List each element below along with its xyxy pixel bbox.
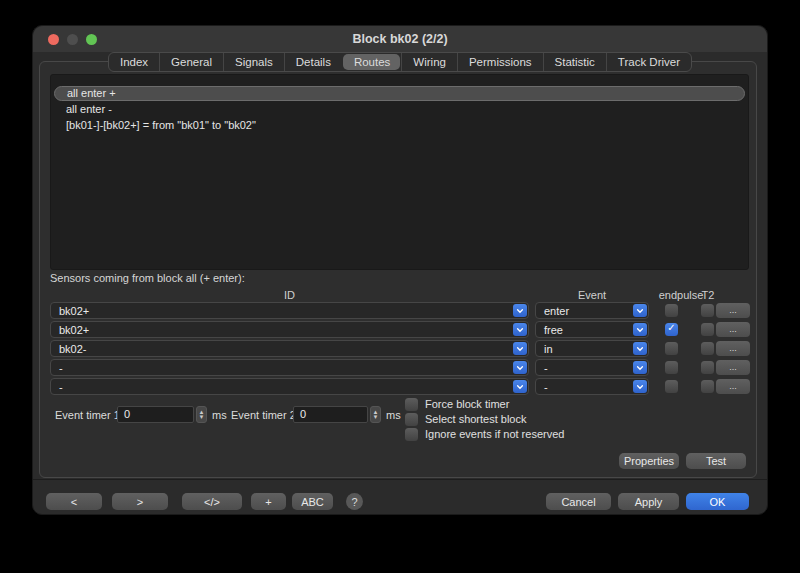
event-timer2-unit: ms [386,409,401,421]
sensor-event-select[interactable]: in [535,340,649,357]
ignore-events-label: Ignore events if not reserved [425,428,564,440]
tab-general[interactable]: General [159,53,223,71]
sensor-event-value: - [544,380,548,394]
more-button[interactable]: ... [716,341,750,356]
sensor-id-value: bk02- [59,342,87,356]
sensor-row: - - ... [40,378,756,395]
select-shortest-block-checkbox[interactable] [405,413,418,426]
sensor-id-select[interactable]: bk02+ [50,302,529,319]
sensors-section-label: Sensors coming from block all (+ enter): [50,272,245,284]
force-block-timer-option: Force block timer [405,397,509,411]
tab-statistic[interactable]: Statistic [543,53,606,71]
sensor-id-value: bk02+ [59,323,89,337]
code-button[interactable]: </> [182,493,242,510]
select-shortest-block-label: Select shortest block [425,413,527,425]
stepper-down-icon[interactable]: ▼ [199,415,205,420]
tab-permissions[interactable]: Permissions [457,53,543,71]
sensor-id-select[interactable]: - [50,359,529,376]
sensor-event-value: - [544,361,548,375]
more-button[interactable]: ... [716,379,750,394]
tab-signals[interactable]: Signals [223,53,284,71]
properties-button[interactable]: Properties [619,453,679,469]
sensor-event-select[interactable]: free [535,321,649,338]
more-button[interactable]: ... [716,360,750,375]
footer-divider [33,479,767,480]
endpulse-checkbox[interactable] [665,380,678,393]
endpulse-checkbox[interactable] [665,323,678,336]
event-timer1-label: Event timer 1 [55,409,120,421]
stepper-down-icon[interactable]: ▼ [373,415,379,420]
apply-button[interactable]: Apply [618,493,679,510]
endpulse-checkbox[interactable] [665,361,678,374]
cancel-button[interactable]: Cancel [546,493,611,510]
chevron-down-icon[interactable] [513,380,527,393]
chevron-down-icon[interactable] [513,342,527,355]
event-timer1-input[interactable]: 0 [117,406,194,423]
more-button[interactable]: ... [716,303,750,318]
chevron-down-icon[interactable] [513,361,527,374]
tab-details[interactable]: Details [284,53,342,71]
sensor-event-value: free [544,323,563,337]
sensor-id-value: - [59,361,63,375]
event-timer2-input[interactable]: 0 [293,406,368,423]
t2-checkbox[interactable] [701,323,714,336]
force-block-timer-label: Force block timer [425,398,509,410]
event-timer1-stepper[interactable]: ▲▼ [196,406,207,423]
sensor-id-value: bk02+ [59,304,89,318]
sensor-event-value: enter [544,304,569,318]
chevron-down-icon[interactable] [633,304,647,317]
endpulse-checkbox[interactable] [665,342,678,355]
list-item[interactable]: [bk01-]-[bk02+] = from "bk01" to "bk02" [54,118,745,133]
routes-tab-panel: all enter + all enter - [bk01-]-[bk02+] … [39,61,757,478]
t2-checkbox[interactable] [701,380,714,393]
sensor-row: - - ... [40,359,756,376]
t2-checkbox[interactable] [701,304,714,317]
endpulse-checkbox[interactable] [665,304,678,317]
sensor-id-select[interactable]: bk02+ [50,321,529,338]
sensor-event-select[interactable]: enter [535,302,649,319]
routes-list[interactable]: all enter + all enter - [bk01-]-[bk02+] … [50,74,749,270]
chevron-down-icon[interactable] [633,380,647,393]
prev-route-button[interactable]: < [46,493,102,510]
sensor-event-select[interactable]: - [535,378,649,395]
chevron-down-icon[interactable] [633,361,647,374]
tab-index[interactable]: Index [109,53,159,71]
t2-checkbox[interactable] [701,342,714,355]
sensor-id-select[interactable]: - [50,378,529,395]
dialog-window: Block bk02 (2/2) Index General Signals D… [32,25,768,515]
sensor-event-select[interactable]: - [535,359,649,376]
event-timer2-stepper[interactable]: ▲▼ [370,406,381,423]
chevron-down-icon[interactable] [633,323,647,336]
list-item[interactable]: all enter + [54,86,745,101]
event-timer2-label: Event timer 2 [231,409,296,421]
ignore-events-option: Ignore events if not reserved [405,427,564,441]
sensor-event-value: in [544,342,553,356]
next-route-button[interactable]: > [112,493,168,510]
sensor-row: bk02- in ... [40,340,756,357]
chevron-down-icon[interactable] [513,304,527,317]
column-header-id: ID [50,289,529,301]
add-button[interactable]: + [251,493,286,510]
test-button[interactable]: Test [686,453,746,469]
sensor-id-value: - [59,380,63,394]
sensor-row: bk02+ free ... [40,321,756,338]
chevron-down-icon[interactable] [633,342,647,355]
tab-track-driver[interactable]: Track Driver [606,53,691,71]
title-bar[interactable]: Block bk02 (2/2) [33,26,767,52]
more-button[interactable]: ... [716,322,750,337]
t2-checkbox[interactable] [701,361,714,374]
column-header-t2: T2 [698,289,718,301]
list-item[interactable]: all enter - [54,102,745,117]
help-button[interactable]: ? [346,493,363,510]
force-block-timer-checkbox[interactable] [405,398,418,411]
ignore-events-checkbox[interactable] [405,428,418,441]
column-header-event: Event [535,289,649,301]
abc-button[interactable]: ABC [292,493,333,510]
event-timer1-unit: ms [212,409,227,421]
tab-wiring[interactable]: Wiring [401,53,457,71]
tab-routes[interactable]: Routes [343,54,400,70]
sensor-row: bk02+ enter ... [40,302,756,319]
sensor-id-select[interactable]: bk02- [50,340,529,357]
chevron-down-icon[interactable] [513,323,527,336]
ok-button[interactable]: OK [686,493,749,510]
